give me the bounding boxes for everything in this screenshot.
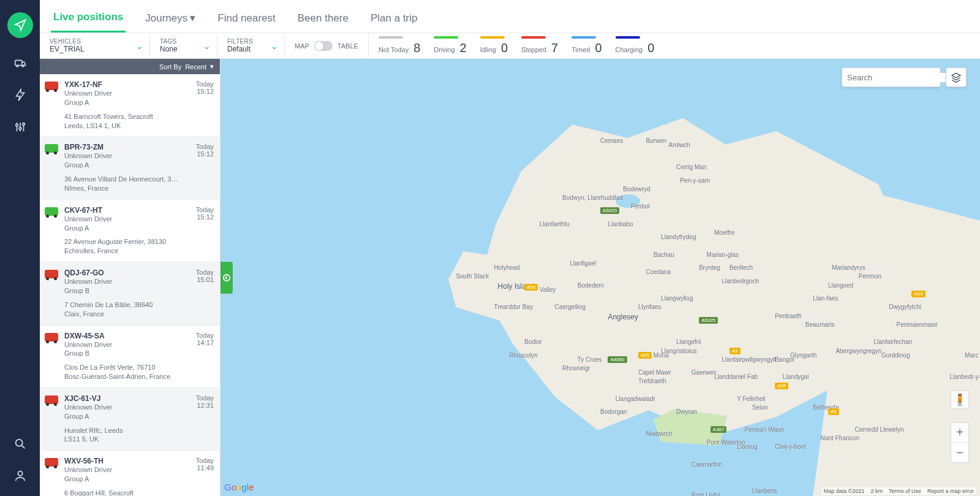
chevron-down-icon: ⌄ <box>203 41 211 51</box>
map-zoom: + − <box>951 422 969 463</box>
map-place-label: Coedana <box>646 269 671 275</box>
map-place-label: Penbol <box>631 203 650 210</box>
nav-settings-icon[interactable] <box>13 120 27 134</box>
filter-filters[interactable]: FILTERS Default ⌄ <box>217 36 285 56</box>
svg-point-7 <box>18 471 22 476</box>
map-place-label: Y Felinheli <box>737 395 766 402</box>
collapse-panel-button[interactable] <box>221 262 233 294</box>
svg-point-2 <box>22 65 24 67</box>
status-stopped[interactable]: Stopped7 <box>521 36 558 55</box>
vehicle-item[interactable]: DXW-45-SA Unknown Driver Group B Clos De… <box>40 326 220 388</box>
vehicle-group: Group A <box>64 161 190 170</box>
map-place-label: Llanbedr-y-cennin <box>949 373 980 380</box>
nav-search-icon[interactable] <box>13 437 27 451</box>
map-table-toggle[interactable]: MAP TABLE <box>285 33 369 58</box>
tab-journeys[interactable]: Journeys▾ <box>143 6 198 32</box>
map-place-label: Holyhead <box>494 264 519 271</box>
map-place-label: Niwbwrch <box>646 430 672 437</box>
road-shield: A55 <box>775 383 788 389</box>
top-tabs: Live positions Journeys▾ Find nearest Be… <box>40 0 980 33</box>
map-place-label: South Stack <box>456 273 489 280</box>
map-place-label: Ty Croes <box>578 356 602 363</box>
vehicle-time: Today12:31 <box>196 394 214 444</box>
road-shield: A5025 <box>600 207 619 214</box>
nav-charging-icon[interactable] <box>13 88 27 102</box>
vehicle-item[interactable]: XJC-61-VJ Unknown Driver Group A Hunslet… <box>40 388 220 451</box>
map-place-label: Llanddaniel Fab <box>714 373 758 380</box>
filter-tags[interactable]: TAGS None ⌄ <box>150 36 217 56</box>
status-driving[interactable]: Driving2 <box>434 36 466 55</box>
map-search[interactable] <box>842 67 941 87</box>
vehicle-plate: QDJ-67-GO <box>64 269 190 277</box>
vehicle-group: Group A <box>64 224 190 233</box>
status-not-today[interactable]: Not Today8 <box>379 36 420 55</box>
map-place-label: Moelfre <box>714 229 734 236</box>
vehicle-item[interactable]: BPR-73-ZM Unknown Driver Group A 36 Aven… <box>40 137 220 199</box>
vehicle-group: Group A <box>64 98 190 107</box>
map-place-label: Llangristiolus <box>661 348 696 354</box>
tab-been-there[interactable]: Been there <box>295 6 351 32</box>
map-place-label: Clwt-y-bont <box>775 443 806 450</box>
map-layers-button[interactable] <box>946 67 967 87</box>
vehicle-item[interactable]: YXK-17-NF Unknown Driver Group A 41 Barn… <box>40 74 220 137</box>
vehicle-address: Clos De La Forêt Verte, 76710Bosc-Guérar… <box>64 363 190 381</box>
map-footer: Map data ©2021 2 km Terms of Use Report … <box>821 487 976 495</box>
vehicle-item[interactable]: QDJ-67-GO Unknown Driver Group B 7 Chemi… <box>40 262 220 325</box>
zoom-in-button[interactable]: + <box>951 423 968 443</box>
map-place-label: Burwen <box>646 137 666 144</box>
tab-find-nearest[interactable]: Find nearest <box>215 6 278 32</box>
map-place-label: Llangefni <box>676 338 701 345</box>
map-place-label: Beaumaris <box>805 321 835 328</box>
vehicle-plate: YXK-17-NF <box>64 80 190 89</box>
nav-fleet-icon[interactable] <box>13 56 27 70</box>
map-place-label: Valley <box>540 286 556 293</box>
status-idling[interactable]: Idling0 <box>480 36 508 55</box>
map-place-label: Caernarfon <box>692 461 722 468</box>
switch[interactable] <box>314 41 333 51</box>
vehicle-icon <box>45 394 58 444</box>
map-place-label: Cemaes <box>600 137 623 144</box>
filter-bar: VEHICLES EV_TRIAL ⌄ TAGS None ⌄ FILTERS … <box>40 33 980 59</box>
map[interactable]: CemaesBurwenAmlwchCerrig ManPen-y-sarnBo… <box>221 59 980 496</box>
streetview-pegman[interactable]: 🧍 <box>951 391 969 409</box>
road-shield: A5025 <box>699 317 718 324</box>
map-place-label: Bodedern <box>578 282 604 289</box>
sort-bar[interactable]: Sort By Recent ▾ <box>40 59 220 74</box>
tab-live-positions[interactable]: Live positions <box>51 6 126 32</box>
vehicle-group: Group A <box>64 412 190 421</box>
vehicle-item[interactable]: WXV-56-TH Unknown Driver Group A 6 Bogga… <box>40 451 220 496</box>
status-charging[interactable]: Charging0 <box>616 36 655 55</box>
nav-live-icon[interactable] <box>7 12 33 38</box>
svg-rect-0 <box>15 60 21 65</box>
vehicle-time: Today14:17 <box>196 332 214 381</box>
chevron-down-icon: ▾ <box>210 63 214 71</box>
map-place-label: Brynteg <box>699 264 720 271</box>
status-strip: Not Today8 Driving2 Idling0 Stopped7 Tim… <box>369 36 664 55</box>
vehicle-driver: Unknown Driver <box>64 89 190 98</box>
vehicle-time: Today15:01 <box>196 269 214 318</box>
vehicle-address: 22 Avenue Auguste Ferrier, 38130Echiroll… <box>64 237 190 256</box>
vehicle-item[interactable]: CKV-67-HT Unknown Driver Group A 22 Aven… <box>40 200 220 262</box>
map-place-label: Carnedd Llewelyn <box>854 426 903 433</box>
map-place-label: Bangor <box>775 356 794 363</box>
map-place-label: Seion <box>752 404 768 411</box>
nav-account-icon[interactable] <box>13 469 27 483</box>
zoom-out-button[interactable]: − <box>951 443 968 462</box>
vehicle-icon <box>45 457 58 496</box>
sort-value: Recent <box>185 63 206 71</box>
vehicle-driver: Unknown Driver <box>64 340 190 349</box>
chevron-down-icon: ▾ <box>190 12 195 25</box>
status-timed[interactable]: Timed0 <box>571 36 601 55</box>
sort-label: Sort By <box>159 63 181 71</box>
road-shield: A55 <box>911 291 925 297</box>
tab-plan-a-trip[interactable]: Plan a trip <box>368 6 420 32</box>
map-place-label: Trefdraeth <box>638 378 666 384</box>
map-place-label: Penisa'r Waun <box>745 426 784 433</box>
map-place-label: Bachau <box>654 251 674 258</box>
vehicle-group: Group B <box>64 286 190 296</box>
filter-vehicles[interactable]: VEHICLES EV_TRIAL ⌄ <box>40 36 150 56</box>
vehicle-driver: Unknown Driver <box>64 465 190 475</box>
search-input[interactable] <box>847 73 950 82</box>
vehicle-icon <box>45 80 58 130</box>
road-shield: A4080 <box>608 356 627 363</box>
